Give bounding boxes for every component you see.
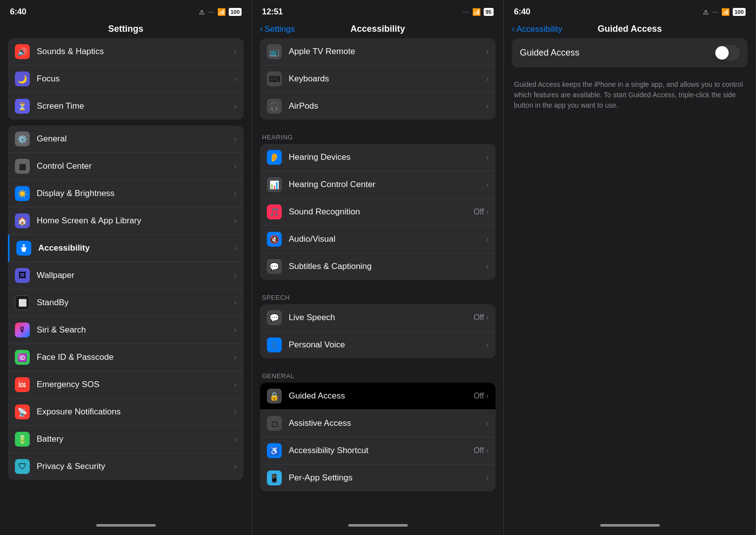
status-icons-1: ⚠ ··· 📶 100 xyxy=(199,8,242,16)
guided-access-toggle-switch[interactable] xyxy=(714,45,740,61)
hearingcontrol-chevron: › xyxy=(486,180,489,189)
settings-row-sounds[interactable]: 🔊 Sounds & Haptics › xyxy=(8,38,244,66)
appletv-icon: 📺 xyxy=(267,44,282,59)
settings-row-sos[interactable]: 🆘 Emergency SOS › xyxy=(8,371,244,399)
status-bar-2: 12:51 ··· 📶 95 xyxy=(252,0,504,22)
soundrecog-icon: 🎵 xyxy=(267,204,282,219)
exposure-icon: 📡 xyxy=(15,404,30,419)
standby-content: StandBy xyxy=(37,298,234,308)
back-label-2: Settings xyxy=(264,24,295,34)
keyboards-label: Keyboards xyxy=(289,74,486,84)
guidedaccess-right: Off › xyxy=(474,392,489,401)
battery-chevron: › xyxy=(234,435,237,444)
settings-row-subtitles[interactable]: 💬 Subtitles & Captioning › xyxy=(260,253,496,280)
perappsettings-label: Per-App Settings xyxy=(289,473,486,483)
settings-row-display[interactable]: ☀️ Display & Brightness › xyxy=(8,180,244,207)
settings-row-accessibility[interactable]: Accessibility › xyxy=(8,235,244,262)
appletv-chevron: › xyxy=(486,47,489,56)
focus-content: Focus xyxy=(37,74,234,84)
nav-header-3: ‹ Accessibility Guided Access xyxy=(504,22,756,38)
guidedaccess-value: Off xyxy=(474,392,484,401)
livespeech-label: Live Speech xyxy=(289,313,474,323)
settings-row-hearingdevices[interactable]: 👂 Hearing Devices › xyxy=(260,144,496,171)
settings-row-a11yshortcut[interactable]: ♿ Accessibility Shortcut Off › xyxy=(260,437,496,465)
a11yshortcut-label: Accessibility Shortcut xyxy=(289,446,474,456)
back-button-3[interactable]: ‹ Accessibility xyxy=(512,24,563,34)
settings-row-soundrecog[interactable]: 🎵 Sound Recognition Off › xyxy=(260,199,496,226)
controlcenter-chevron: › xyxy=(234,162,237,171)
status-icons-2: ··· 📶 95 xyxy=(463,8,494,16)
screentime-content: Screen Time xyxy=(37,101,234,111)
soundrecog-label: Sound Recognition xyxy=(289,207,474,217)
keyboards-chevron: › xyxy=(486,74,489,83)
settings-row-appletv[interactable]: 📺 Apple TV Remote › xyxy=(260,38,496,66)
guided-access-toggle-row[interactable]: Guided Access xyxy=(512,38,748,67)
exposure-chevron: › xyxy=(234,407,237,416)
standby-chevron: › xyxy=(234,298,237,307)
homescreen-icon: 🏠 xyxy=(15,213,30,228)
accessibility-group-general: 🔒 Guided Access Off › ◻ Assistive Access… xyxy=(260,383,496,491)
perappsettings-icon: 📱 xyxy=(267,470,282,485)
time-1: 6:40 xyxy=(10,7,26,17)
settings-row-personalvoice[interactable]: 👤 Personal Voice › xyxy=(260,332,496,358)
focus-label: Focus xyxy=(37,74,234,84)
settings-row-exposure[interactable]: 📡 Exposure Notifications › xyxy=(8,399,244,426)
settings-scroll-1[interactable]: 🔊 Sounds & Haptics › 🌙 Focus › ⏳ Screen … xyxy=(0,38,252,518)
hearingdevices-chevron: › xyxy=(486,153,489,162)
display-label: Display & Brightness xyxy=(37,189,234,199)
airpods-icon: 🎧 xyxy=(267,99,282,114)
settings-row-general[interactable]: ⚙️ General › xyxy=(8,126,244,153)
home-indicator-1 xyxy=(96,524,156,527)
siri-icon: 🎙 xyxy=(15,323,30,337)
settings-row-airpods[interactable]: 🎧 AirPods › xyxy=(260,93,496,120)
siri-content: Siri & Search xyxy=(37,325,234,335)
settings-row-siri[interactable]: 🎙 Siri & Search › xyxy=(8,317,244,344)
controlcenter-icon: ▦ xyxy=(15,159,30,174)
settings-row-privacy[interactable]: 🛡 Privacy & Security › xyxy=(8,453,244,480)
back-chevron-2: ‹ xyxy=(260,24,263,34)
settings-row-livespeech[interactable]: 💬 Live Speech Off › xyxy=(260,304,496,332)
settings-row-faceid[interactable]: 🆔 Face ID & Passcode › xyxy=(8,344,244,371)
display-icon: ☀️ xyxy=(15,186,30,201)
perappsettings-chevron: › xyxy=(486,473,489,482)
privacy-label: Privacy & Security xyxy=(37,462,234,471)
back-chevron-3: ‹ xyxy=(512,24,515,34)
accessibility-group-speech: 💬 Live Speech Off › 👤 Personal Voice › xyxy=(260,304,496,358)
settings-row-controlcenter[interactable]: ▦ Control Center › xyxy=(8,153,244,180)
guided-access-scroll[interactable]: Guided Access Guided Access keeps the iP… xyxy=(504,38,756,518)
sos-chevron: › xyxy=(234,380,237,389)
appletv-label: Apple TV Remote xyxy=(289,47,486,57)
settings-row-perappsettings[interactable]: 📱 Per-App Settings › xyxy=(260,465,496,491)
settings-row-wallpaper[interactable]: 🖼 Wallpaper › xyxy=(8,262,244,289)
accessibility-scroll[interactable]: 📺 Apple TV Remote › ⌨ Keyboards › 🎧 AirP… xyxy=(252,38,504,518)
settings-row-hearingcontrol[interactable]: 📊 Hearing Control Center › xyxy=(260,171,496,199)
settings-row-standby[interactable]: ⬜ StandBy › xyxy=(8,289,244,317)
siri-chevron: › xyxy=(234,326,237,334)
settings-row-focus[interactable]: 🌙 Focus › xyxy=(8,66,244,93)
personalvoice-chevron: › xyxy=(486,340,489,349)
settings-row-assistiveaccess[interactable]: ◻ Assistive Access › xyxy=(260,410,496,437)
back-button-2[interactable]: ‹ Settings xyxy=(260,24,295,34)
settings-row-guidedaccess[interactable]: 🔒 Guided Access Off › xyxy=(260,383,496,410)
back-label-3: Accessibility xyxy=(516,24,563,34)
guided-access-description: Guided Access keeps the iPhone in a sing… xyxy=(512,75,748,115)
faceid-icon: 🆔 xyxy=(15,350,30,365)
general-content: General xyxy=(37,134,234,144)
hearing-section-header: HEARING xyxy=(260,126,496,144)
settings-row-keyboards[interactable]: ⌨ Keyboards › xyxy=(260,66,496,93)
page-title-3: Guided Access xyxy=(598,24,662,34)
focus-icon: 🌙 xyxy=(15,71,30,86)
wallpaper-label: Wallpaper xyxy=(37,270,234,280)
a11yshortcut-value: Off xyxy=(474,446,484,455)
speech-section-header: SPEECH xyxy=(260,286,496,304)
status-bar-1: 6:40 ⚠ ··· 📶 100 xyxy=(0,0,252,22)
subtitles-chevron: › xyxy=(486,262,489,271)
settings-row-screentime[interactable]: ⏳ Screen Time › xyxy=(8,93,244,120)
assistiveaccess-label: Assistive Access xyxy=(289,418,486,428)
wallpaper-icon: 🖼 xyxy=(15,268,30,283)
settings-row-audiovisual[interactable]: 🔇 Audio/Visual › xyxy=(260,226,496,253)
toggle-knob xyxy=(715,46,729,60)
airpods-chevron: › xyxy=(486,102,489,111)
settings-row-homescreen[interactable]: 🏠 Home Screen & App Library › xyxy=(8,207,244,235)
settings-row-battery[interactable]: 🔋 Battery › xyxy=(8,426,244,453)
